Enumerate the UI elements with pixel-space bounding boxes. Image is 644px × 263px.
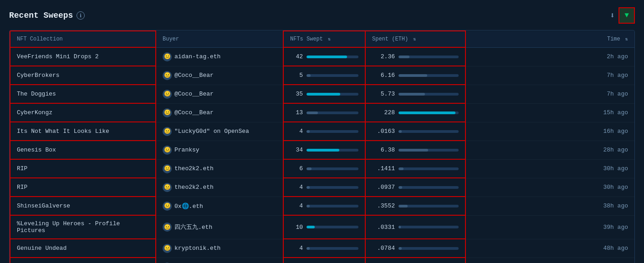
buyer-name: kryptonik.eth	[174, 245, 220, 252]
cell-buyer: 😐theo2k2.eth	[156, 159, 283, 178]
nfts-count: 34	[290, 147, 303, 153]
table-row[interactable]: %Leveling Up Heroes - Profile Pictures😐四…	[10, 215, 634, 239]
spent-bar-container	[399, 93, 459, 96]
cell-buyer: 😐Pranksy	[156, 141, 283, 159]
spent-value: .0163	[372, 128, 395, 135]
cell-time: 7h ago	[465, 66, 634, 85]
nfts-bar-fill	[307, 111, 318, 114]
filter-button[interactable]: ▼	[618, 7, 635, 24]
col-header-spent[interactable]: Spent (ETH) ⇅	[365, 31, 465, 47]
cell-nft-name: ShinseiGalverse	[10, 197, 156, 215]
nfts-bar-container	[307, 247, 358, 250]
nfts-bar-fill	[307, 186, 310, 189]
cell-time: 15h ago	[465, 103, 634, 122]
buyer-name: @Coco__Bear	[174, 72, 214, 79]
table-row[interactable]: Its Not What It Looks Like😐"LuckyG0d" on…	[10, 122, 634, 141]
cell-nfts-swept: 4	[283, 197, 365, 215]
table-row[interactable]: ShinseiGalverse😐0x🌐.eth4.355238h ago	[10, 197, 634, 215]
spent-bar-container	[399, 167, 459, 170]
table-row[interactable]: VeeFriends Mini Drops 2😐aidan-tag.eth422…	[10, 47, 634, 66]
info-icon[interactable]: ℹ	[77, 11, 85, 20]
spent-value: 228	[372, 109, 395, 116]
cell-time: 2h ago	[465, 47, 634, 66]
buyer-name: @Coco__Bear	[174, 91, 214, 97]
spent-bar-container	[399, 130, 459, 133]
spent-bar-fill	[399, 130, 402, 133]
nfts-bar-container	[307, 149, 358, 152]
spent-bar-container	[399, 149, 459, 152]
cell-nfts-swept: 4	[283, 178, 365, 197]
cell-spent: .0163	[365, 122, 465, 141]
nfts-bar-fill	[307, 226, 315, 228]
buyer-avatar: 😐	[163, 223, 172, 232]
nfts-bar-container	[307, 111, 358, 114]
buyer-avatar: 😐	[163, 108, 172, 117]
cell-spent: .0331	[365, 215, 465, 239]
buyer-avatar: 😐	[163, 71, 172, 80]
col-header-nfts-swept[interactable]: NFTs Swept ⇅	[283, 31, 365, 47]
cell-buyer: 😐aidan-tag.eth	[156, 47, 283, 66]
buyer-avatar: 😐	[163, 244, 172, 253]
cell-time: 30h ago	[465, 159, 634, 178]
cell-nfts-swept: 42	[283, 47, 365, 66]
nfts-count: 4	[290, 245, 303, 252]
spent-bar-fill	[399, 74, 427, 77]
cell-buyer: 😐"LuckyG0d" on OpenSea	[156, 122, 283, 141]
buyer-name: "LuckyG0d" on OpenSea	[174, 128, 249, 135]
nfts-bar-fill	[307, 56, 347, 58]
cell-nft-name: The Doggies	[10, 85, 156, 103]
cell-nft-name: Genesis Box	[10, 141, 156, 159]
cell-spent: 2.36	[365, 47, 465, 66]
spent-bar-container	[399, 247, 459, 250]
table-row[interactable]: NOT DITTO😐theo2k2.eth7.357948h ago	[10, 258, 634, 263]
nfts-count: 13	[290, 109, 303, 116]
nfts-count: 4	[290, 128, 303, 135]
cell-time: 48h ago	[465, 239, 634, 258]
col-header-time[interactable]: Time ⇅	[465, 31, 634, 47]
cell-buyer: 😐theo2k2.eth	[156, 258, 283, 263]
cell-time: 16h ago	[465, 122, 634, 141]
buyer-avatar: 😐	[163, 183, 172, 192]
header-left: Recent Sweeps ℹ	[9, 11, 85, 20]
table-row[interactable]: RIP😐theo2k2.eth4.093730h ago	[10, 178, 634, 197]
cell-spent: 6.16	[365, 66, 465, 85]
nfts-count: 35	[290, 91, 303, 97]
cell-nft-name: RIP	[10, 178, 156, 197]
table-row[interactable]: Genuine Undead😐kryptonik.eth4.078448h ag…	[10, 239, 634, 258]
table-row[interactable]: The Doggies😐@Coco__Bear355.737h ago	[10, 85, 634, 103]
nfts-bar-container	[307, 130, 358, 133]
spent-value: .3552	[372, 202, 395, 209]
cell-nfts-swept: 10	[283, 215, 365, 239]
download-button[interactable]: ⬇	[610, 10, 615, 20]
cell-nft-name: VeeFriends Mini Drops 2	[10, 47, 156, 66]
spent-value: 6.38	[372, 147, 395, 153]
nfts-bar-container	[307, 56, 358, 58]
cell-buyer: 😐@Coco__Bear	[156, 103, 283, 122]
nfts-bar-container	[307, 74, 358, 77]
nfts-count: 42	[290, 53, 303, 60]
nfts-bar-container	[307, 167, 358, 170]
nfts-bar-container	[307, 205, 358, 207]
buyer-avatar: 😐	[163, 127, 172, 136]
spent-value: .1411	[372, 165, 395, 172]
nfts-bar-fill	[307, 167, 312, 170]
page-title: Recent Sweeps	[9, 11, 73, 20]
table-wrapper: NFT Collection Buyer NFTs Swept ⇅ Spent …	[9, 30, 635, 263]
cell-nft-name: %Leveling Up Heroes - Profile Pictures	[10, 215, 156, 239]
table-row[interactable]: CyberKongz😐@Coco__Bear1322815h ago	[10, 103, 634, 122]
cell-nfts-swept: 7	[283, 258, 365, 263]
spent-bar-container	[399, 111, 459, 114]
cell-time: 7h ago	[465, 85, 634, 103]
spent-bar-fill	[399, 186, 402, 189]
nfts-count: 10	[290, 224, 303, 231]
col-header-buyer: Buyer	[156, 31, 283, 47]
table-row[interactable]: RIP😐theo2k2.eth6.141130h ago	[10, 159, 634, 178]
nfts-bar-container	[307, 226, 358, 228]
table-row[interactable]: Genesis Box😐Pranksy346.3828h ago	[10, 141, 634, 159]
buyer-name: theo2k2.eth	[174, 165, 214, 172]
nfts-count: 4	[290, 202, 303, 209]
sweeps-table: NFT Collection Buyer NFTs Swept ⇅ Spent …	[10, 30, 634, 263]
sort-nfts-icon: ⇅	[328, 36, 331, 42]
table-row[interactable]: CyberBrokers😐@Coco__Bear56.167h ago	[10, 66, 634, 85]
buyer-name: theo2k2.eth	[174, 184, 214, 191]
